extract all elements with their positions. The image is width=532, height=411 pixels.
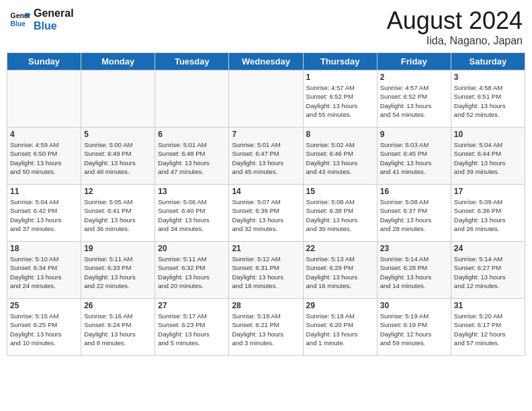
calendar-cell: 22Sunrise: 5:13 AM Sunset: 6:29 PM Dayli… (303, 242, 377, 299)
day-number: 8 (306, 130, 374, 139)
weekday-sunday: Sunday (7, 53, 81, 71)
day-number: 23 (380, 244, 448, 253)
day-info: Sunrise: 5:11 AM Sunset: 6:32 PM Dayligh… (158, 255, 226, 290)
day-number: 6 (158, 130, 226, 139)
month-title: August 2024 (387, 7, 523, 35)
day-number: 31 (454, 301, 522, 310)
day-info: Sunrise: 5:19 AM Sunset: 6:19 PM Dayligh… (380, 312, 448, 347)
calendar-week-1: 1Sunrise: 4:57 AM Sunset: 6:52 PM Daylig… (7, 71, 525, 128)
day-info: Sunrise: 5:17 AM Sunset: 6:23 PM Dayligh… (158, 312, 226, 347)
weekday-friday: Friday (377, 53, 451, 71)
day-number: 4 (10, 130, 78, 139)
day-number: 16 (380, 187, 448, 196)
calendar-cell: 5Sunrise: 5:00 AM Sunset: 6:49 PM Daylig… (81, 128, 155, 185)
day-number: 14 (232, 187, 300, 196)
day-number: 18 (10, 244, 78, 253)
calendar-week-2: 4Sunrise: 4:59 AM Sunset: 6:50 PM Daylig… (7, 128, 525, 185)
day-info: Sunrise: 5:03 AM Sunset: 6:45 PM Dayligh… (380, 140, 448, 176)
day-info: Sunrise: 5:16 AM Sunset: 6:24 PM Dayligh… (84, 312, 152, 347)
weekday-monday: Monday (81, 53, 155, 71)
title-block: August 2024 Iida, Nagano, Japan (387, 7, 523, 47)
svg-text:Blue: Blue (11, 20, 26, 28)
calendar-cell: 29Sunrise: 5:18 AM Sunset: 6:20 PM Dayli… (303, 299, 377, 356)
calendar-cell: 4Sunrise: 4:59 AM Sunset: 6:50 PM Daylig… (7, 128, 81, 185)
calendar-cell: 11Sunrise: 5:04 AM Sunset: 6:42 PM Dayli… (7, 185, 81, 242)
weekday-thursday: Thursday (303, 53, 377, 71)
day-number: 25 (10, 301, 78, 310)
page-header: General Blue General Blue August 2024 Ii… (7, 7, 525, 47)
calendar-cell: 20Sunrise: 5:11 AM Sunset: 6:32 PM Dayli… (155, 242, 229, 299)
day-info: Sunrise: 5:00 AM Sunset: 6:49 PM Dayligh… (84, 140, 152, 176)
day-number: 30 (380, 301, 448, 310)
calendar-cell: 10Sunrise: 5:04 AM Sunset: 6:44 PM Dayli… (451, 128, 525, 185)
day-info: Sunrise: 5:14 AM Sunset: 6:28 PM Dayligh… (380, 255, 448, 290)
calendar-cell: 18Sunrise: 5:10 AM Sunset: 6:34 PM Dayli… (7, 242, 81, 299)
day-info: Sunrise: 5:11 AM Sunset: 6:33 PM Dayligh… (84, 255, 152, 290)
day-number: 20 (158, 244, 226, 253)
day-number: 9 (380, 130, 448, 139)
calendar-cell: 2Sunrise: 4:57 AM Sunset: 6:52 PM Daylig… (377, 71, 451, 128)
calendar-cell: 21Sunrise: 5:12 AM Sunset: 6:31 PM Dayli… (229, 242, 303, 299)
day-info: Sunrise: 5:20 AM Sunset: 6:17 PM Dayligh… (454, 312, 522, 347)
day-info: Sunrise: 5:01 AM Sunset: 6:47 PM Dayligh… (232, 140, 300, 176)
calendar-cell: 23Sunrise: 5:14 AM Sunset: 6:28 PM Dayli… (377, 242, 451, 299)
day-number: 27 (158, 301, 226, 310)
calendar-cell: 3Sunrise: 4:58 AM Sunset: 6:51 PM Daylig… (451, 71, 525, 128)
day-number: 10 (454, 130, 522, 139)
day-info: Sunrise: 5:07 AM Sunset: 6:39 PM Dayligh… (232, 197, 300, 233)
calendar-cell: 13Sunrise: 5:06 AM Sunset: 6:40 PM Dayli… (155, 185, 229, 242)
calendar-cell: 14Sunrise: 5:07 AM Sunset: 6:39 PM Dayli… (229, 185, 303, 242)
calendar-cell: 17Sunrise: 5:09 AM Sunset: 6:36 PM Dayli… (451, 185, 525, 242)
day-info: Sunrise: 4:57 AM Sunset: 6:52 PM Dayligh… (306, 83, 374, 119)
calendar-table: SundayMondayTuesdayWednesdayThursdayFrid… (7, 52, 525, 356)
day-number: 28 (232, 301, 300, 310)
day-number: 22 (306, 244, 374, 253)
day-number: 7 (232, 130, 300, 139)
day-info: Sunrise: 5:04 AM Sunset: 6:44 PM Dayligh… (454, 140, 522, 176)
day-number: 3 (454, 73, 522, 82)
day-info: Sunrise: 4:58 AM Sunset: 6:51 PM Dayligh… (454, 83, 522, 119)
day-info: Sunrise: 5:09 AM Sunset: 6:36 PM Dayligh… (454, 197, 522, 233)
calendar-cell: 8Sunrise: 5:02 AM Sunset: 6:46 PM Daylig… (303, 128, 377, 185)
calendar-cell: 1Sunrise: 4:57 AM Sunset: 6:52 PM Daylig… (303, 71, 377, 128)
calendar-week-3: 11Sunrise: 5:04 AM Sunset: 6:42 PM Dayli… (7, 185, 525, 242)
calendar-cell: 6Sunrise: 5:01 AM Sunset: 6:48 PM Daylig… (155, 128, 229, 185)
calendar-cell (7, 71, 81, 128)
weekday-saturday: Saturday (451, 53, 525, 71)
day-info: Sunrise: 5:18 AM Sunset: 6:20 PM Dayligh… (306, 312, 374, 347)
day-info: Sunrise: 5:14 AM Sunset: 6:27 PM Dayligh… (454, 255, 522, 290)
day-info: Sunrise: 5:08 AM Sunset: 6:37 PM Dayligh… (380, 197, 448, 233)
day-number: 12 (84, 187, 152, 196)
day-info: Sunrise: 5:18 AM Sunset: 6:21 PM Dayligh… (232, 312, 300, 347)
calendar-cell: 27Sunrise: 5:17 AM Sunset: 6:23 PM Dayli… (155, 299, 229, 356)
calendar-cell: 30Sunrise: 5:19 AM Sunset: 6:19 PM Dayli… (377, 299, 451, 356)
day-info: Sunrise: 5:02 AM Sunset: 6:46 PM Dayligh… (306, 140, 374, 176)
logo: General Blue General Blue (9, 7, 74, 32)
day-number: 1 (306, 73, 374, 82)
day-info: Sunrise: 5:08 AM Sunset: 6:38 PM Dayligh… (306, 197, 374, 233)
day-number: 5 (84, 130, 152, 139)
calendar-cell: 19Sunrise: 5:11 AM Sunset: 6:33 PM Dayli… (81, 242, 155, 299)
calendar-cell: 25Sunrise: 5:15 AM Sunset: 6:25 PM Dayli… (7, 299, 81, 356)
day-number: 29 (306, 301, 374, 310)
day-info: Sunrise: 5:10 AM Sunset: 6:34 PM Dayligh… (10, 255, 78, 290)
calendar-cell: 7Sunrise: 5:01 AM Sunset: 6:47 PM Daylig… (229, 128, 303, 185)
day-info: Sunrise: 5:06 AM Sunset: 6:40 PM Dayligh… (158, 197, 226, 233)
calendar-week-4: 18Sunrise: 5:10 AM Sunset: 6:34 PM Dayli… (7, 242, 525, 299)
day-number: 19 (84, 244, 152, 253)
day-info: Sunrise: 5:12 AM Sunset: 6:31 PM Dayligh… (232, 255, 300, 290)
calendar-cell: 31Sunrise: 5:20 AM Sunset: 6:17 PM Dayli… (451, 299, 525, 356)
day-info: Sunrise: 4:59 AM Sunset: 6:50 PM Dayligh… (10, 140, 78, 176)
day-info: Sunrise: 5:05 AM Sunset: 6:41 PM Dayligh… (84, 197, 152, 233)
weekday-tuesday: Tuesday (155, 53, 229, 71)
day-number: 21 (232, 244, 300, 253)
day-number: 13 (158, 187, 226, 196)
day-number: 15 (306, 187, 374, 196)
calendar-week-5: 25Sunrise: 5:15 AM Sunset: 6:25 PM Dayli… (7, 299, 525, 356)
day-number: 2 (380, 73, 448, 82)
calendar-cell: 26Sunrise: 5:16 AM Sunset: 6:24 PM Dayli… (81, 299, 155, 356)
calendar-cell (229, 71, 303, 128)
weekday-wednesday: Wednesday (229, 53, 303, 71)
calendar-cell (155, 71, 229, 128)
calendar-cell: 28Sunrise: 5:18 AM Sunset: 6:21 PM Dayli… (229, 299, 303, 356)
